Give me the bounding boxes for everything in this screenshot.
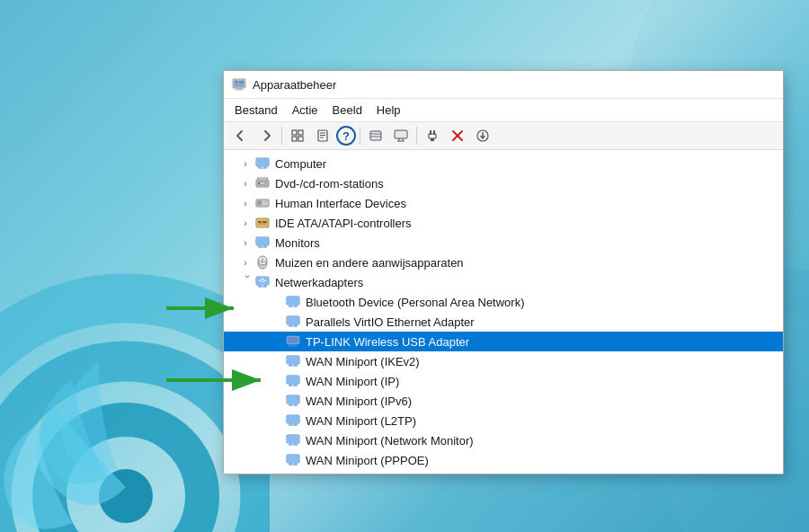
tree-item-wan-pppoe[interactable]: › WAN Miniport (PPPOE) [224,450,783,470]
tree-item-monitors[interactable]: › Monitors [224,233,783,253]
svg-rect-9 [236,88,242,90]
label-muizen: Muizen en andere aanwijsapparaten [275,256,783,270]
icon-ide [254,215,271,231]
svg-rect-16 [292,137,297,141]
svg-point-79 [262,278,263,279]
icon-wan-ip [285,373,301,389]
svg-rect-81 [288,297,298,304]
arrow-2 [162,358,279,403]
back-button[interactable] [229,125,253,146]
menu-actie[interactable]: Actie [285,101,325,120]
svg-rect-96 [288,357,298,363]
icon-computer [254,155,271,172]
label-tplink: TP-LINK Wireless USB Adapter [306,335,783,349]
toolbar: ? [224,122,783,150]
svg-point-45 [258,182,260,184]
icon-parallels [285,314,301,330]
tree-item-parallels[interactable]: › Parallels VirtIO Ethernet Adapter [224,312,783,332]
title-bar: Apparaatbeheer [224,71,783,99]
svg-rect-111 [288,416,298,422]
device-tree: › Computer › [224,150,783,474]
svg-rect-116 [288,436,298,442]
label-monitors: Monitors [275,236,783,250]
tree-item-hid[interactable]: › Human Interface Devices [224,193,783,213]
svg-rect-15 [298,130,303,135]
label-parallels: Parallels VirtIO Ethernet Adapter [306,315,783,329]
svg-rect-14 [292,130,297,135]
svg-rect-12 [239,81,244,84]
toolbar-separator-3 [416,127,417,145]
tree-item-wan-ikev2[interactable]: › WAN Miniport (IKEv2) [224,351,783,371]
forward-button[interactable] [254,125,278,146]
expand-icon-monitors: › [238,235,253,250]
label-wan-netmon: WAN Miniport (Network Monitor) [306,434,783,448]
menu-help[interactable]: Help [369,101,408,120]
tree-item-ide[interactable]: › IDE ATA/ATAPI-controllers [224,213,783,233]
tree-item-tplink[interactable]: › TP-LINK Wireless USB Adapter [224,332,783,351]
menu-bestand[interactable]: Bestand [227,101,285,120]
expand-icon-muizen: › [238,255,253,270]
expand-icon-dvd: › [238,176,253,191]
svg-rect-32 [431,138,434,141]
svg-rect-52 [263,204,268,206]
svg-rect-11 [235,81,238,84]
icon-monitors [254,235,271,251]
label-computer: Computer [275,157,783,171]
tree-item-wan-netmon[interactable]: › WAN Miniport (Network Monitor) [224,430,783,450]
tree-item-bluetooth[interactable]: › Bluetooth Device (Personal Area Networ… [224,292,783,312]
svg-rect-57 [262,221,267,223]
label-wan-pppoe: WAN Miniport (PPPOE) [306,454,783,467]
tree-item-wan-ip[interactable]: › WAN Miniport (IP) [224,371,783,391]
tree-item-netwerk[interactable]: › Netwerkadapters [224,272,783,292]
add-button[interactable] [421,125,444,146]
tree-item-wan-l2tp[interactable]: › WAN Miniport (L2TP) [224,411,783,430]
menu-bar: Bestand Actie Beeld Help [224,99,783,122]
svg-rect-22 [370,131,381,140]
icon-dvd [254,175,271,191]
svg-rect-101 [288,377,298,383]
svg-rect-91 [288,337,298,343]
window-title: Apparaatbeheer [253,78,336,92]
svg-point-77 [259,280,261,282]
page-button[interactable] [311,125,334,146]
svg-rect-17 [298,137,303,141]
label-bluetooth: Bluetooth Device (Personal Area Network) [306,296,783,309]
label-ide: IDE ATA/ATAPI-controllers [275,217,783,230]
grid-view-button[interactable] [286,125,309,146]
svg-rect-51 [263,200,268,203]
label-hid: Human Interface Devices [275,197,783,210]
icon-hid [254,195,271,211]
list-button[interactable] [364,125,387,146]
help-button[interactable]: ? [336,126,356,146]
svg-rect-10 [235,90,244,91]
icon-wan-pppoe [285,452,301,468]
update-button[interactable] [471,125,494,146]
tree-item-wan-ipv6[interactable]: › WAN Miniport (IPv6) [224,391,783,411]
svg-rect-56 [258,221,262,223]
tree-item-dvd[interactable]: › Dvd-/cd-rom-stations [224,173,783,193]
icon-wan-ipv6 [285,393,301,409]
svg-point-78 [264,280,266,282]
remove-button[interactable] [446,125,469,146]
svg-rect-38 [257,159,268,165]
label-wan-ip: WAN Miniport (IP) [306,375,783,388]
expand-icon-ide: › [238,216,253,230]
label-netwerk: Netwerkadapters [275,276,783,289]
icon-bluetooth [285,294,301,310]
svg-rect-25 [395,130,407,138]
monitor-button[interactable] [389,125,413,146]
svg-rect-44 [260,182,265,185]
icon-netwerk [254,274,271,290]
toolbar-separator-1 [281,127,282,145]
label-wan-ipv6: WAN Miniport (IPv6) [306,395,783,408]
icon-wan-ikev2 [285,353,301,369]
label-dvd: Dvd-/cd-rom-stations [275,177,783,191]
expand-icon-computer: › [238,156,253,171]
tree-item-computer[interactable]: › Computer [224,154,783,173]
menu-beeld[interactable]: Beeld [325,101,369,120]
svg-rect-106 [288,396,298,403]
icon-wan-netmon [285,432,301,448]
window-icon [231,76,247,93]
device-manager-window: Apparaatbeheer Bestand Actie Beeld Help [223,70,784,474]
tree-item-muizen[interactable]: › Muizen en andere aanwijsapparaten [224,253,783,272]
